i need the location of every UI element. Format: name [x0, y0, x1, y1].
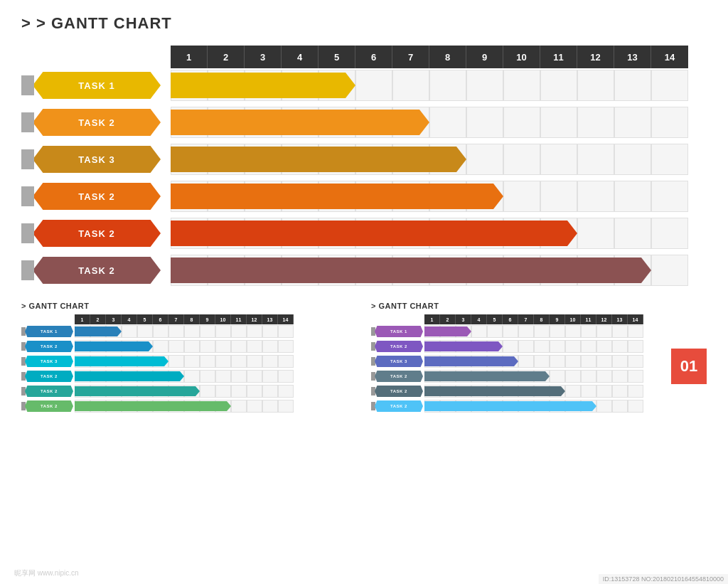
- mini-bar-body: [75, 401, 227, 411]
- mini-grid-cell: [262, 325, 278, 338]
- mini-bar-inner: [75, 326, 122, 336]
- mini-left-header: 1234567891011121314: [75, 314, 357, 324]
- mini-bar-body: [75, 326, 117, 336]
- mini-task-row: TASK 2: [21, 339, 357, 354]
- mini-header-cell: 9: [550, 314, 565, 324]
- mini-chevron-label: TASK 2: [375, 341, 423, 352]
- mini-header-cell: 8: [534, 314, 550, 324]
- mini-bar-inner: [75, 401, 231, 411]
- gantt-bar-container: [171, 258, 651, 283]
- mini-right-header: 1234567891011121314: [424, 314, 707, 324]
- mini-task-row: TASK 2: [371, 384, 707, 398]
- mini-header-cell: 3: [456, 314, 471, 324]
- grid-cell: [466, 70, 503, 101]
- grid-cell: [651, 70, 688, 101]
- mini-bar-body: [75, 386, 196, 396]
- main-gantt-chart: 1234567891011121314 TASK 1TASK 2TASK 3TA…: [21, 46, 707, 290]
- mini-grid-container: [75, 370, 294, 383]
- mini-bar-inner: [424, 356, 518, 366]
- task-chevron-label: TASK 2: [33, 257, 161, 284]
- mini-label-area: TASK 2: [21, 371, 75, 382]
- mini-label-area: TASK 2: [371, 371, 424, 382]
- grid-cell: [651, 144, 688, 175]
- mini-bar-body: [75, 341, 149, 351]
- mini-grid-cell: [612, 400, 628, 413]
- mini-grid-cell: [168, 325, 184, 338]
- mini-grid-cell: [596, 385, 612, 398]
- mini-grid-cell: [612, 325, 628, 338]
- mini-grid-cell: [612, 340, 628, 353]
- mini-grid-cell: [628, 370, 643, 383]
- mini-task-row: TASK 2: [371, 399, 707, 413]
- mini-grid-cell: [487, 325, 503, 338]
- grid-cell: [614, 70, 651, 101]
- mini-grid-cell: [200, 385, 215, 398]
- grid-cell: [614, 218, 651, 249]
- grid-container: [171, 144, 707, 175]
- mini-bar-arrow: [227, 401, 231, 411]
- mini-label-area: TASK 2: [21, 386, 75, 397]
- bottom-section: > GANTT CHART 1234567891011121314 TASK 1…: [21, 302, 707, 414]
- mini-bar-body: [424, 371, 545, 381]
- task-row: TASK 3: [21, 142, 707, 176]
- mini-bar-arrow: [561, 386, 565, 396]
- mini-chevron-label: TASK 2: [375, 371, 423, 382]
- mini-label-area: TASK 3: [21, 356, 75, 367]
- mini-grid-cell: [153, 340, 168, 353]
- main-title: > > GANTT CHART: [21, 14, 707, 33]
- mini-bar-inner: [75, 371, 184, 381]
- task-chevron-label: TASK 2: [33, 109, 161, 136]
- mini-grid-cell: [581, 385, 596, 398]
- mini-grid-container: [424, 385, 643, 398]
- mini-bar-arrow: [196, 386, 200, 396]
- mini-label-area: TASK 2: [371, 400, 424, 412]
- grid-cell: [614, 144, 651, 175]
- mini-grid-cell: [518, 325, 534, 338]
- task-row: TASK 2: [21, 253, 707, 287]
- mini-grid-cell: [628, 385, 643, 398]
- gantt-bar-container: [171, 184, 503, 209]
- mini-chart-left: > GANTT CHART 1234567891011121314 TASK 1…: [21, 302, 357, 414]
- mini-bar-container: [75, 341, 153, 351]
- mini-bar-body: [424, 326, 467, 336]
- mini-header-cell: 5: [487, 314, 503, 324]
- gantt-bar-arrow: [641, 258, 651, 283]
- mini-grid-cell: [231, 355, 247, 368]
- mini-grid-cell: [581, 370, 596, 383]
- mini-bar-container: [75, 356, 168, 366]
- mini-chevron-label: TASK 2: [25, 400, 73, 412]
- mini-grid-cell: [184, 340, 200, 353]
- mini-chevron-label: TASK 2: [25, 341, 73, 352]
- mini-grid-cell: [518, 355, 534, 368]
- id-bar: ID:13153728 NO:20180210164554810000: [599, 574, 728, 584]
- connector-tab: [21, 186, 34, 206]
- mini-grid-cell: [550, 370, 565, 383]
- mini-task-row: TASK 2: [371, 339, 707, 354]
- mini-grid-cell: [215, 385, 231, 398]
- grid-container: [171, 218, 707, 249]
- gantt-bar-body: [171, 73, 346, 98]
- mini-grid-cell: [628, 355, 643, 368]
- mini-grid-cell: [278, 340, 294, 353]
- mini-header-cell: 10: [215, 314, 231, 324]
- mini-grid-cell: [153, 325, 168, 338]
- mini-grid-cell: [628, 400, 643, 413]
- mini-grid-container: [424, 325, 643, 338]
- mini-grid-cell: [550, 355, 565, 368]
- mini-chevron-label: TASK 2: [375, 400, 423, 412]
- mini-bar-arrow: [545, 371, 550, 381]
- mini-chevron-label: TASK 2: [375, 386, 423, 397]
- grid-cell: [577, 70, 614, 101]
- grid-cell: [651, 181, 688, 212]
- mini-bar-inner: [424, 326, 471, 336]
- mini-grid-cell: [550, 325, 565, 338]
- mini-left-tasks: TASK 1TASK 2TASK 3TASK 2TASK 2TASK 2: [21, 324, 357, 413]
- mini-header-cell: 1: [75, 314, 90, 324]
- mini-bar-container: [424, 326, 471, 336]
- mini-grid-cell: [503, 340, 518, 353]
- mini-grid-cell: [534, 340, 550, 353]
- grid-cell: [355, 70, 392, 101]
- mini-chevron-label: TASK 2: [25, 371, 73, 382]
- task-chevron-label: TASK 1: [33, 72, 161, 99]
- mini-header-cell: 5: [137, 314, 153, 324]
